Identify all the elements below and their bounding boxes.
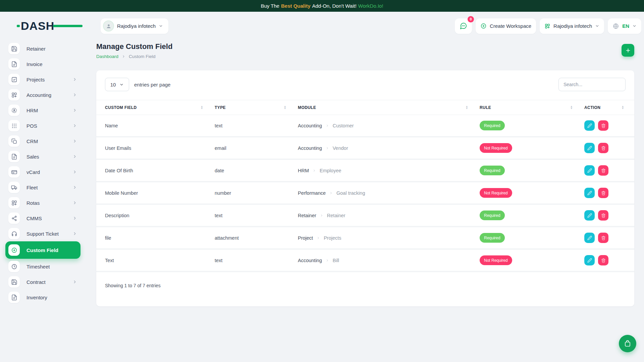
delete-button[interactable] bbox=[598, 188, 608, 198]
column-header-module[interactable]: MODULE ▲▼ bbox=[298, 105, 480, 110]
row-actions bbox=[584, 143, 626, 153]
edit-button[interactable] bbox=[584, 143, 595, 153]
sidebar-item-retainer[interactable]: Retainer bbox=[5, 41, 80, 56]
search-input[interactable] bbox=[558, 78, 626, 91]
cell-custom-field: Date Of Birth bbox=[105, 168, 215, 173]
messages-button[interactable]: 0 bbox=[455, 18, 472, 34]
edit-button[interactable] bbox=[584, 188, 595, 198]
store-fab-button[interactable] bbox=[619, 335, 636, 352]
delete-button[interactable] bbox=[598, 210, 608, 221]
table-summary: Showing 1 to 7 of 7 entries bbox=[96, 272, 634, 306]
edit-button[interactable] bbox=[584, 210, 595, 221]
cell-module: HRM Employee bbox=[298, 168, 480, 173]
sidebar-item-vcard[interactable]: vCard bbox=[5, 164, 80, 180]
trash-icon bbox=[601, 123, 606, 128]
sidebar-item-projects[interactable]: Projects bbox=[5, 72, 80, 87]
breadcrumb-current: Custom Field bbox=[129, 54, 156, 59]
sidebar-item-invoice[interactable]: Invoice bbox=[5, 56, 80, 72]
sidebar-item-custom-field[interactable]: Custom Field bbox=[5, 241, 80, 259]
sidebar-item-rotas[interactable]: Rotas bbox=[5, 195, 80, 210]
table-row: Mobile Number number Performance Goal tr… bbox=[96, 182, 634, 205]
table-row: User Emails email Accounting Vendor Not … bbox=[96, 137, 634, 160]
banner-link[interactable]: WorkDo.Io! bbox=[358, 3, 383, 9]
add-custom-field-button[interactable] bbox=[622, 44, 634, 57]
chevron-right-icon bbox=[72, 123, 77, 128]
entries-per-page-select[interactable]: 10 bbox=[105, 78, 129, 91]
logo-text: DASH bbox=[21, 19, 54, 32]
rule-badge: Required bbox=[480, 233, 505, 243]
cell-module: Accounting Bill bbox=[298, 258, 480, 263]
trash-icon bbox=[601, 258, 606, 263]
delete-button[interactable] bbox=[598, 255, 608, 265]
cell-module: Accounting Vendor bbox=[298, 145, 480, 151]
cell-custom-field: Name bbox=[105, 123, 215, 128]
delete-button[interactable] bbox=[598, 143, 608, 153]
chevron-down-icon bbox=[632, 24, 637, 28]
rule-badge: Not Required bbox=[480, 143, 512, 153]
table-header-row: CUSTOM FIELD ▲▼ TYPE ▲▼ MODULE ▲▼ RULE ▲… bbox=[96, 100, 634, 115]
column-header-custom-field[interactable]: CUSTOM FIELD ▲▼ bbox=[105, 105, 215, 110]
chevron-right-icon bbox=[122, 55, 125, 58]
app-logo[interactable]: DASH bbox=[21, 19, 86, 33]
sidebar-item-label: Contract bbox=[26, 279, 46, 285]
column-header-rule[interactable]: RULE ▲▼ bbox=[480, 105, 584, 110]
grid-plus-icon bbox=[544, 23, 550, 29]
sidebar-item-inventory[interactable]: Inventory bbox=[5, 290, 80, 305]
chevron-right-icon bbox=[72, 280, 77, 284]
sidebar-item-crm[interactable]: CRM bbox=[5, 133, 80, 149]
company-selector[interactable]: Rajodiya infotech bbox=[540, 18, 604, 34]
pencil-icon bbox=[587, 213, 592, 218]
language-code: EN bbox=[622, 23, 629, 29]
edit-button[interactable] bbox=[584, 120, 595, 131]
pencil-icon bbox=[587, 123, 592, 128]
trash-icon bbox=[601, 191, 606, 195]
sidebar-item-fleet[interactable]: Fleet bbox=[5, 180, 80, 195]
row-actions bbox=[584, 210, 626, 221]
plus-circle-icon bbox=[8, 244, 20, 256]
chevron-down-icon bbox=[119, 82, 124, 87]
sidebar-item-support-ticket[interactable]: Support Ticket bbox=[5, 226, 80, 241]
language-selector[interactable]: EN bbox=[608, 18, 641, 34]
chevron-right-icon bbox=[326, 124, 329, 127]
edit-button[interactable] bbox=[584, 165, 595, 176]
clock-icon bbox=[8, 261, 20, 272]
pencil-icon bbox=[587, 258, 592, 263]
sidebar-item-contract[interactable]: Contract bbox=[5, 274, 80, 290]
cell-type: attachment bbox=[215, 235, 298, 241]
cell-module: Accounting Customer bbox=[298, 123, 480, 128]
cell-custom-field: Mobile Number bbox=[105, 190, 215, 196]
sidebar-item-label: Accounting bbox=[26, 92, 51, 98]
delete-button[interactable] bbox=[598, 165, 608, 176]
chevron-right-icon bbox=[72, 185, 77, 190]
create-workspace-button[interactable]: Create Workspace bbox=[476, 18, 536, 34]
column-header-action[interactable]: ACTION ▲▼ bbox=[584, 105, 626, 110]
delete-button[interactable] bbox=[598, 233, 608, 243]
cell-type: text bbox=[215, 213, 298, 218]
sidebar-item-pos[interactable]: POS bbox=[5, 118, 80, 133]
sidebar-item-cmms[interactable]: CMMS bbox=[5, 210, 80, 226]
chevron-right-icon bbox=[317, 236, 320, 240]
chevron-right-icon bbox=[72, 200, 77, 205]
chevron-down-icon bbox=[595, 24, 599, 28]
sidebar-item-accounting[interactable]: Accounting bbox=[5, 87, 80, 103]
delete-button[interactable] bbox=[598, 120, 608, 131]
sidebar-item-hrm[interactable]: HRM bbox=[5, 103, 80, 118]
edit-button[interactable] bbox=[584, 255, 595, 265]
edit-button[interactable] bbox=[584, 233, 595, 243]
row-actions bbox=[584, 165, 626, 176]
sidebar-item-sales[interactable]: Sales bbox=[5, 149, 80, 164]
sidebar-item-label: Fleet bbox=[26, 185, 38, 190]
breadcrumb-dashboard-link[interactable]: Dashboard bbox=[96, 54, 118, 59]
share-nodes-icon bbox=[8, 213, 20, 224]
table-row: Date Of Birth date HRM Employee Required bbox=[96, 160, 634, 182]
sidebar-item-timesheet[interactable]: Timesheet bbox=[5, 259, 80, 274]
column-label: CUSTOM FIELD bbox=[105, 105, 137, 110]
workspace-selector[interactable]: Rajodiya infotech bbox=[101, 18, 168, 34]
sidebar-item-label: Inventory bbox=[26, 295, 47, 300]
cell-type: number bbox=[215, 190, 298, 196]
column-header-type[interactable]: TYPE ▲▼ bbox=[215, 105, 298, 110]
cell-module: Retainer Retainer bbox=[298, 213, 480, 218]
sort-icon: ▲▼ bbox=[570, 106, 573, 110]
chevron-right-icon bbox=[326, 259, 329, 262]
banner-text: Buy The bbox=[261, 3, 279, 9]
